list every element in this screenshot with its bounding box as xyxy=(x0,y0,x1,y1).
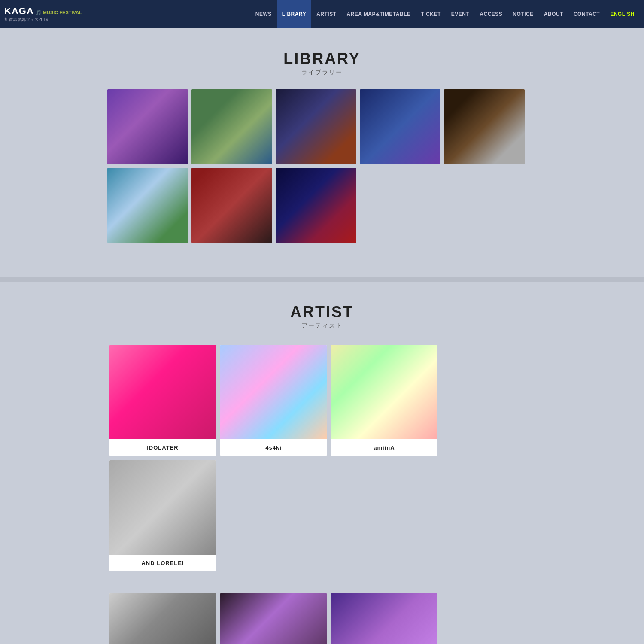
gallery-photo-1 xyxy=(107,89,188,164)
gallery-item[interactable] xyxy=(107,89,188,164)
artist-card-4s4ki[interactable]: 4s4ki xyxy=(220,345,327,456)
artist-image-row2-1 xyxy=(109,593,216,644)
artist-card-lorelei[interactable]: AND LORELEI xyxy=(109,460,216,571)
artist-name-lorelei: AND LORELEI xyxy=(109,555,216,571)
library-title-block: LIBRARY ライブラリー xyxy=(0,41,644,81)
artist-image-lorelei xyxy=(109,460,216,555)
artist-image-amiina xyxy=(331,345,437,439)
gallery-item[interactable] xyxy=(191,168,272,243)
gallery-item[interactable] xyxy=(107,168,188,243)
nav-news[interactable]: NEWS xyxy=(250,0,277,28)
artist-image-idolater xyxy=(109,345,216,439)
artist-photo-amiina xyxy=(331,345,437,439)
artist-photo-4s4ki xyxy=(220,345,327,439)
gallery-photo-2 xyxy=(191,89,272,164)
gallery-item[interactable] xyxy=(360,89,440,164)
artist-heading: ARTIST xyxy=(0,303,644,321)
gallery-item[interactable] xyxy=(444,89,525,164)
nav-ticket[interactable]: TICKET xyxy=(416,0,446,28)
artist-name-4s4ki: 4s4ki xyxy=(220,439,327,456)
gallery-item[interactable] xyxy=(191,89,272,164)
nav-timetable[interactable]: AREA MAP&TIMETABLE xyxy=(341,0,416,28)
artist-title-block: ARTIST アーティスト xyxy=(0,295,644,334)
artist-grid-row1: IDOLATER 4s4ki amiinA AND LORELEI xyxy=(86,334,558,582)
nav-notice[interactable]: NOTICE xyxy=(507,0,538,28)
artist-card-row2-1[interactable] xyxy=(109,593,216,644)
nav-english[interactable]: ENGLISH xyxy=(605,0,640,28)
artist-photo-row2-2 xyxy=(220,593,327,644)
logo-jp-text: 加賀温泉郷フェス2019 xyxy=(4,17,82,23)
gallery-photo-8 xyxy=(276,168,356,243)
artist-card-row2-2[interactable] xyxy=(220,593,327,644)
site-header: KAGA 🎵 MUSIC FESTIVAL 加賀温泉郷フェス2019 NEWS … xyxy=(0,0,644,28)
nav-about[interactable]: ABOUT xyxy=(539,0,568,28)
photo-gallery xyxy=(86,81,558,252)
artist-grid-row2 xyxy=(86,582,558,644)
gallery-photo-3 xyxy=(276,89,356,164)
nav-library[interactable]: LIBRARY xyxy=(277,0,311,28)
artist-image-4s4ki xyxy=(220,345,327,439)
nav-contact[interactable]: CONTACT xyxy=(568,0,605,28)
gallery-photo-5 xyxy=(444,89,525,164)
nav-access[interactable]: ACCESS xyxy=(474,0,507,28)
section-divider xyxy=(0,277,644,282)
artist-subtitle: アーティスト xyxy=(0,322,644,330)
artist-image-row2-2 xyxy=(220,593,327,644)
artist-card-amiina[interactable]: amiinA xyxy=(331,345,437,456)
artist-photo-row2-1 xyxy=(109,593,216,644)
logo-music-text: 🎵 MUSIC FESTIVAL xyxy=(36,10,82,15)
artist-card-idolater[interactable]: IDOLATER xyxy=(109,345,216,456)
nav-event[interactable]: EVENT xyxy=(446,0,475,28)
gallery-photo-4 xyxy=(360,89,440,164)
gallery-photo-7 xyxy=(191,168,272,243)
nav-artist[interactable]: ARTIST xyxy=(311,0,341,28)
gallery-item[interactable] xyxy=(276,89,356,164)
artist-name-amiina: amiinA xyxy=(331,439,437,456)
artist-photo-row2-3 xyxy=(331,593,437,644)
logo-kaga-text: KAGA xyxy=(4,6,34,17)
library-heading: LIBRARY xyxy=(0,50,644,68)
artist-photo-idolater xyxy=(109,345,216,439)
gallery-photo-6 xyxy=(107,168,188,243)
library-section: LIBRARY ライブラリー xyxy=(0,28,644,273)
artist-name-idolater: IDOLATER xyxy=(109,439,216,456)
gallery-item[interactable] xyxy=(276,168,356,243)
library-subtitle: ライブラリー xyxy=(0,69,644,76)
artist-section: ARTIST アーティスト IDOLATER 4s4ki amiinA xyxy=(0,282,644,644)
site-logo[interactable]: KAGA 🎵 MUSIC FESTIVAL 加賀温泉郷フェス2019 xyxy=(4,6,82,23)
main-nav: NEWS LIBRARY ARTIST AREA MAP&TIMETABLE T… xyxy=(82,0,640,28)
artist-card-row2-3[interactable] xyxy=(331,593,437,644)
artist-image-row2-3 xyxy=(331,593,437,644)
artist-photo-lorelei xyxy=(109,460,216,555)
